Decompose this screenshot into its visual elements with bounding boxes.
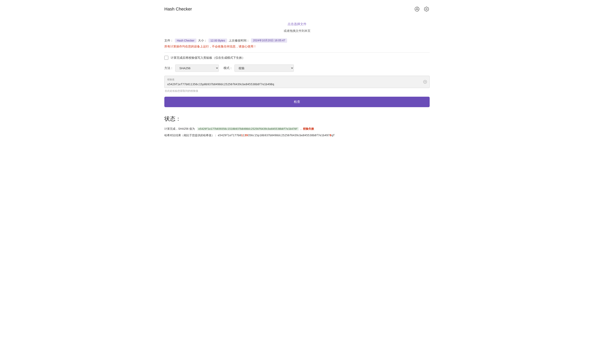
diff-result-line: 哈希对比结果（相比于您提供的哈希值）： e5429f1ef177b0113935…	[164, 133, 430, 137]
diff-part-8: 356c15p	[248, 134, 260, 137]
theme-icon	[414, 6, 419, 12]
warning-text: 所有计算操作均在您的设备上运行，不会收集任何信息，请放心使用！	[164, 45, 430, 48]
diff-part-10: 0b937b8498dc25256f6439cbe845538b8f7e1b49	[261, 134, 328, 137]
status-title: 状态：	[164, 115, 430, 123]
file-info-row: 文件： Hash Checker 大小： 12.00 Bytes 上次修改时间：…	[164, 38, 430, 43]
svg-point-3	[417, 9, 418, 10]
method-label: 方法：	[164, 66, 173, 70]
diff-part-4: 7b0	[236, 134, 241, 137]
clipboard-checkbox[interactable]	[164, 56, 168, 60]
mode-label: 模式：	[223, 66, 232, 70]
clipboard-label[interactable]: 计算完成后将校验值写入剪贴板（仅在生成模式下生效）	[171, 56, 245, 60]
svg-point-1	[417, 8, 417, 8]
diff-line: e5429f1ef177b01139356c15p10b937b8498dc25…	[218, 134, 335, 137]
svg-point-4	[426, 8, 427, 10]
status-section: 状态： 计算完成，SHA256 值为 e5429f1e177b039356c15…	[164, 115, 430, 137]
settings-button[interactable]	[423, 6, 430, 12]
header-icons	[414, 6, 430, 12]
file-select-area: 点击选择文件 或者拖拽文件到本页	[164, 18, 430, 35]
modified-label: 上次修改时间：	[229, 39, 250, 43]
computed-hash: e5429f1e177b039356c1510b937b8498dc25256f…	[197, 127, 299, 130]
result-status: 校验失败	[303, 127, 314, 130]
file-drag-text: 或者拖拽文件到本页	[284, 29, 310, 32]
diff-part-3: 7	[234, 134, 236, 137]
diff-label: 哈希对比结果（相比于您提供的哈希值）：	[164, 134, 217, 137]
theme-button[interactable]	[414, 6, 420, 12]
diff-part-11: 7	[328, 134, 330, 137]
hash-clear-button[interactable]	[423, 80, 427, 84]
check-button[interactable]: 检查	[164, 97, 430, 107]
clipboard-row: 计算完成后将校验值写入剪贴板（仅在生成模式下生效）	[164, 56, 430, 60]
hash-value-container: 校验值	[164, 76, 430, 88]
diff-part-6: 1	[243, 134, 244, 137]
size-label: 大小：	[198, 39, 207, 43]
file-label: 文件：	[164, 39, 173, 43]
app-title: Hash Checker	[164, 6, 192, 12]
diff-part-2: 1	[233, 134, 234, 137]
app-header: Hash Checker	[164, 4, 430, 18]
settings-icon	[424, 6, 429, 12]
hash-hint: 在此处粘贴您获取到的校验值	[164, 89, 430, 93]
diff-part-9: 1	[260, 134, 261, 137]
method-select[interactable]: SHA256 MD5 SHA1 SHA512	[175, 65, 219, 72]
diff-part-13: qf	[331, 134, 335, 137]
method-field-group: 方法： SHA256 MD5 SHA1 SHA512	[164, 65, 219, 72]
status-result-line: 计算完成，SHA256 值为 e5429f1e177b039356c1510b9…	[164, 127, 430, 131]
svg-point-2	[416, 9, 417, 10]
mode-select[interactable]: 校验 生成	[234, 65, 294, 72]
diff-part-7: 39	[244, 134, 248, 137]
close-circle-icon	[423, 80, 427, 84]
diff-part-1: e5429f1ef	[218, 134, 233, 137]
mode-field-group: 模式： 校验 生成	[223, 65, 294, 72]
method-mode-row: 方法： SHA256 MD5 SHA1 SHA512 模式： 校验 生成	[164, 65, 430, 72]
file-size-badge: 12.00 Bytes	[209, 39, 227, 43]
file-name-badge: Hash Checker	[175, 39, 196, 43]
modified-time-badge: 2024年10月20日 16:05:47	[251, 38, 287, 43]
result-sep: ，	[300, 127, 302, 130]
hash-value-label: 校验值	[167, 78, 427, 81]
result-prefix: 计算完成，SHA256 值为	[164, 127, 195, 130]
diff-part-12: 8	[330, 134, 331, 137]
file-select-link[interactable]: 点击选择文件	[164, 22, 430, 26]
hash-value-input[interactable]	[167, 83, 419, 86]
